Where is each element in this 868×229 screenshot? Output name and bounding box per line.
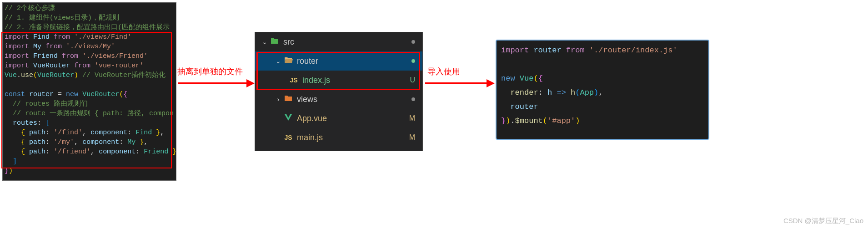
vue-file-icon [282, 114, 294, 123]
status-dot [411, 97, 415, 101]
chevron-down-icon[interactable]: ⌄ [261, 38, 269, 46]
svg-marker-3 [487, 79, 495, 87]
svg-marker-1 [246, 79, 255, 87]
router-key-line: router [501, 100, 704, 114]
folder-open-icon [282, 56, 294, 66]
arrow-icon [178, 76, 256, 90]
import-line: import Find from './views/Find' [5, 32, 174, 42]
route-line: { path: '/friend', component: Friend }, [5, 147, 174, 157]
tree-label: router [297, 56, 411, 66]
import-line: import My from './views/My' [5, 42, 174, 51]
tree-item-views[interactable]: › views [255, 90, 422, 109]
close-brace: }) [5, 166, 174, 176]
tree-label: src [283, 37, 411, 47]
arrow-extract: 抽离到单独的文件 [177, 66, 243, 77]
chevron-down-icon[interactable]: ⌄ [274, 57, 282, 65]
git-status-untracked: U [410, 76, 415, 84]
tree-label: App.vue [297, 114, 409, 123]
file-explorer[interactable]: ⌄ src ⌄ router JS index.js U › views [255, 32, 423, 151]
left-code-editor: // 2个核心步骤 // 1. 建组件(views目录)，配规则 // 2. 准… [2, 2, 176, 181]
comment-line: // route 一条路由规则 { path: 路径, compon [5, 109, 174, 118]
arrow-import: 导入使用 [427, 66, 460, 77]
mount-line: }).$mount('#app') [501, 114, 704, 128]
route-line: { path: '/find', component: Find }, [5, 128, 174, 137]
watermark: CSDN @清梦压星河_Ciao [783, 217, 863, 225]
render-line: render: h => h(App), [501, 86, 704, 100]
js-file-icon: JS [288, 76, 300, 84]
tree-item-main-js[interactable]: JS main.js M [255, 128, 422, 147]
comment-line: // 1. 建组件(views目录)，配规则 [5, 13, 174, 23]
js-file-icon: JS [282, 134, 294, 141]
tree-item-router[interactable]: ⌄ router [255, 51, 422, 71]
tree-label: views [297, 95, 411, 104]
close-bracket: ] [5, 157, 174, 166]
import-line: import VueRouter from 'vue-router' [5, 61, 174, 71]
routes-key-line: routes: [ [5, 118, 174, 128]
folder-views-icon [282, 95, 294, 104]
arrow-label: 抽离到单独的文件 [177, 66, 243, 77]
const-router-line: const router = new VueRouter({ [5, 90, 174, 99]
right-code-editor: import router from './router/index.js' n… [496, 40, 709, 140]
git-status-modified: M [409, 133, 415, 142]
tree-item-index-js[interactable]: JS index.js U [255, 71, 422, 90]
comment-line: // 2个核心步骤 [5, 4, 174, 13]
folder-src-icon [269, 37, 281, 47]
tree-item-app-vue[interactable]: App.vue M [255, 109, 422, 128]
tree-label: main.js [297, 133, 409, 142]
arrow-label: 导入使用 [427, 66, 460, 77]
git-status-modified: M [409, 114, 415, 122]
tree-item-src[interactable]: ⌄ src [255, 32, 422, 51]
vue-use-line: Vue.use(VueRouter) // VueRouter插件初始化 [5, 71, 174, 80]
chevron-right-icon[interactable]: › [274, 96, 282, 103]
new-vue-line: new Vue({ [501, 71, 704, 86]
comment-line: // routes 路由规则们 [5, 99, 174, 109]
import-line: import router from './router/index.js' [501, 43, 704, 57]
comment-line: // 2. 准备导航链接，配置路由出口(匹配的组件展示 [5, 23, 174, 32]
status-dot [411, 40, 415, 44]
route-line: { path: '/my', component: My }, [5, 137, 174, 147]
arrow-icon [425, 76, 496, 90]
status-dot [411, 59, 415, 63]
tree-label: index.js [302, 76, 410, 85]
import-line: import Friend from './views/Friend' [5, 51, 174, 61]
